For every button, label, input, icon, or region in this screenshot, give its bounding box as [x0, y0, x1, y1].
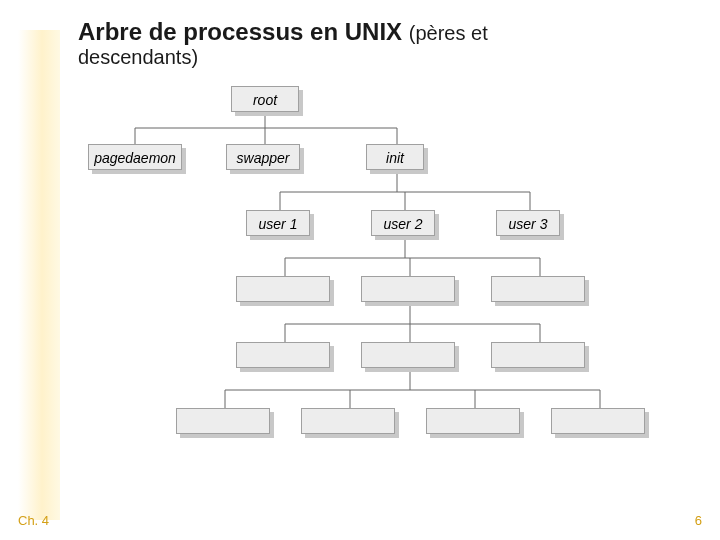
node-empty-5-4 — [551, 408, 645, 434]
node-empty-3-1 — [236, 276, 330, 302]
process-tree-diagram: root pagedaemon swapper init user 1 user… — [70, 72, 670, 492]
node-empty-4-3 — [491, 342, 585, 368]
node-empty-4-2 — [361, 342, 455, 368]
chapter-label: Ch. 4 — [18, 513, 49, 528]
page-number: 6 — [695, 513, 702, 528]
node-init: init — [366, 144, 424, 170]
node-empty-5-3 — [426, 408, 520, 434]
title-line2: descendants) — [78, 46, 198, 69]
node-root: root — [231, 86, 299, 112]
node-empty-3-2 — [361, 276, 455, 302]
node-user1: user 1 — [246, 210, 310, 236]
sidebar-accent — [0, 30, 60, 520]
node-empty-4-1 — [236, 342, 330, 368]
title-paren: (pères et — [409, 22, 488, 44]
node-swapper: swapper — [226, 144, 300, 170]
node-empty-5-1 — [176, 408, 270, 434]
node-user3: user 3 — [496, 210, 560, 236]
node-empty-3-3 — [491, 276, 585, 302]
node-user2: user 2 — [371, 210, 435, 236]
title-main: Arbre de processus en UNIX — [78, 18, 402, 45]
slide-title: Arbre de processus en UNIX (pères et — [78, 18, 488, 46]
node-empty-5-2 — [301, 408, 395, 434]
node-pagedaemon: pagedaemon — [88, 144, 182, 170]
